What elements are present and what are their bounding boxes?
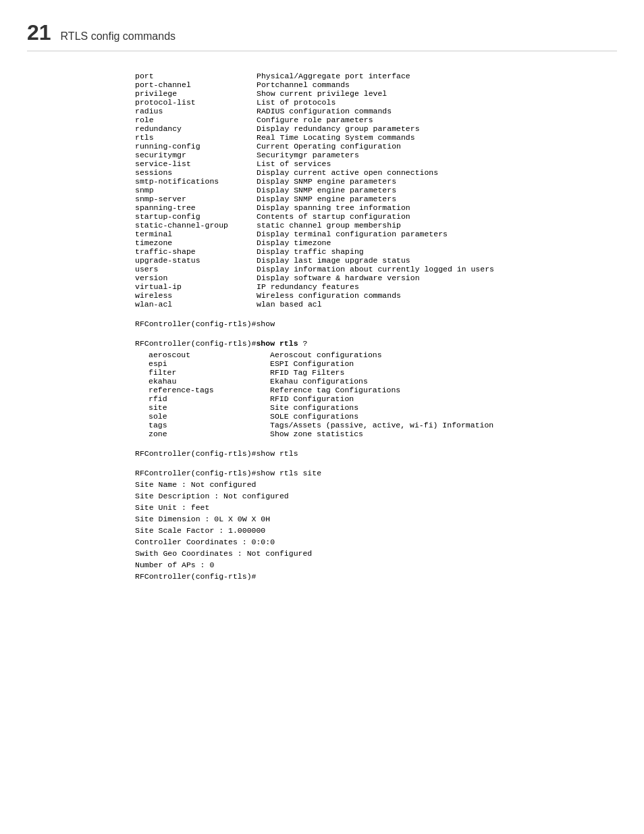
cmd-name-cell: securitymgr [135,151,257,159]
table-row: radiusRADIUS configuration commands [135,107,494,115]
cmd-name-cell: running-config [135,142,257,151]
table-row: soleSOLE configurations [149,412,493,421]
table-row: smtp-notifications Display SNMP engine p… [135,177,494,186]
cmd-name-cell: site [149,403,270,412]
cmd-desc-cell: Display software & hardware version [257,273,494,282]
chapter-number: 21 [27,20,51,45]
cmd-desc-cell: RFID Tag Filters [270,368,493,377]
commands-table-section: portPhysical/Aggregate port interfacepor… [135,72,617,309]
cmd-name-cell: wlan-acl [135,300,257,309]
cmd-name-cell: sole [149,412,270,421]
cmd-name-cell: zone [149,429,270,438]
chapter-title: RTLS config commands [61,30,176,43]
site-output-row: Controller Coordinates : 0:0:0 [135,538,617,546]
cmd-desc-cell: static channel group membership [257,221,494,230]
cmd-name-cell: rfid [149,394,270,403]
table-row: rfidRFID Configuration [149,394,493,403]
table-row: spanning-treeDisplay spanning tree infor… [135,203,494,212]
cmd-name-cell: filter [149,368,270,377]
table-row: securitymgrSecuritymgr parameters [135,151,494,159]
cmd-name-cell: role [135,115,257,124]
table-row: terminalDisplay terminal configuration p… [135,230,494,238]
table-row: sessionsDisplay current active open conn… [135,168,494,177]
cmd-desc-cell: Configure role parameters [257,115,494,124]
prompt3-line: RFController(config-rtls)#show rtls [135,449,617,458]
cmd-desc-cell: Display redundancy group parameters [257,124,494,133]
table-row: traffic-shapeDisplay traffic shaping [135,247,494,256]
cmd-desc-cell: Display terminal configuration parameter… [257,230,494,238]
cmd-name-cell: espi [149,359,270,368]
site-output-row: Site Scale Factor : 1.000000 [135,526,617,535]
cmd-name-cell: protocol-list [135,98,257,107]
cmd-desc-cell: ESPI Configuration [270,359,493,368]
cmd-name-cell: sessions [135,168,257,177]
cmd-name-cell: privilege [135,89,257,98]
cmd-name-cell: users [135,265,257,273]
cmd-desc-cell: Current Operating configuration [257,142,494,151]
cmd-name-cell: virtual-ip [135,282,257,291]
cmd-desc-cell: Reference tag Configurations [270,386,493,394]
page-header: 21 RTLS config commands [27,20,617,51]
table-row: snmpDisplay SNMP engine parameters [135,186,494,194]
table-row: espiESPI Configuration [149,359,493,368]
table-row: rtlsReal Time Locating System commands [135,133,494,142]
cmd-name-cell: redundancy [135,124,257,133]
cmd-name-cell: reference-tags [149,386,270,394]
cmd-name-cell: ekahau [149,377,270,386]
table-row: wlan-aclwlan based acl [135,300,494,309]
prompt2-bold: show rtls [256,339,298,348]
table-row: versionDisplay software & hardware versi… [135,273,494,282]
table-row: port-channelPortchannel commands [135,80,494,89]
table-row: redundancyDisplay redundancy group param… [135,124,494,133]
table-row: zoneShow zone statistics [149,429,493,438]
cmd-name-cell: snmp-server [135,194,257,203]
site-output-row: Site Name : Not configured [135,480,617,489]
cmd-desc-cell: Portchannel commands [257,80,494,89]
table-row: virtual-ipIP redundancy features [135,282,494,291]
prompt1-block: RFController(config-rtls)#show [135,319,617,328]
site-output: Site Name : Not configuredSite Descripti… [135,480,617,569]
cmd-name-cell: terminal [135,230,257,238]
cmd-desc-cell: Display current active open connections [257,168,494,177]
prompt2-suffix: ? [298,339,308,348]
table-row: snmp-serverDisplay SNMP engine parameter… [135,194,494,203]
cmd-name-cell: aeroscout [149,350,270,359]
cmd-name-cell: upgrade-status [135,256,257,265]
cmd-name-cell: service-list [135,159,257,168]
cmd-desc-cell: IP redundancy features [257,282,494,291]
cmd-name-cell: traffic-shape [135,247,257,256]
cmd-desc-cell: Securitymgr parameters [257,151,494,159]
cmd-desc-cell: Physical/Aggregate port interface [257,72,494,80]
cmd-name-cell: timezone [135,238,257,247]
prompt1-line: RFController(config-rtls)#show [135,319,617,328]
site-output-row: Swith Geo Coordinates : Not configured [135,549,617,558]
cmd-desc-cell: Show zone statistics [270,429,493,438]
cmd-desc-cell: Display traffic shaping [257,247,494,256]
table-row: running-configCurrent Operating configur… [135,142,494,151]
cmd-desc-cell: Ekahau configurations [270,377,493,386]
cmd-desc-cell: wlan based acl [257,300,494,309]
cmd-desc-cell: Wireless configuration commands [257,291,494,300]
cmd-desc-cell: SOLE configurations [270,412,493,421]
table-row: usersDisplay information about currently… [135,265,494,273]
site-output-row: Site Unit : feet [135,503,617,512]
table-row: reference-tagsReference tag Configuratio… [149,386,493,394]
cmd-name-cell: radius [135,107,257,115]
table-row: static-channel-groupstatic channel group… [135,221,494,230]
cmd-desc-cell: RADIUS configuration commands [257,107,494,115]
table-row: portPhysical/Aggregate port interface [135,72,494,80]
table-row: timezoneDisplay timezone [135,238,494,247]
cmd-desc-cell: Real Time Locating System commands [257,133,494,142]
table-row: wirelessWireless configuration commands [135,291,494,300]
site-section: RFController(config-rtls)#show rtls site… [135,469,617,581]
content-area: portPhysical/Aggregate port interfacepor… [27,72,617,581]
cmd-desc-cell: Display last image upgrade status [257,256,494,265]
site-output-row: Number of APs : 0 [135,561,617,569]
table-row: aeroscoutAeroscout configurations [149,350,493,359]
cmd-name-cell: tags [149,421,270,429]
cmd-desc-cell: Contents of startup configuration [257,212,494,221]
cmd-desc-cell: Display information about currently logg… [257,265,494,273]
cmd-desc-cell: Tags/Assets (passive, active, wi-fi) Inf… [270,421,493,429]
prompt4-line: RFController(config-rtls)#show rtls site [135,469,617,477]
cmd-name-cell: spanning-tree [135,203,257,212]
